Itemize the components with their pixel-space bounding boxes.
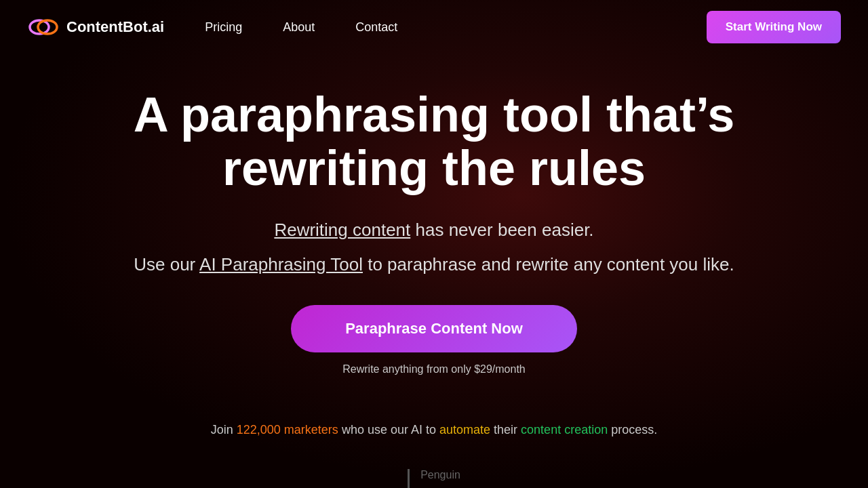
join-prefix: Join	[211, 423, 237, 436]
brand-penguin: Penguin	[408, 469, 460, 488]
hero-section: A paraphrasing tool that’s rewriting the…	[0, 54, 868, 416]
join-suffix: process.	[611, 423, 657, 436]
join-mid1: who use our AI to	[342, 423, 439, 436]
hero-subtext-2: Use our AI Paraphrasing Tool to paraphra…	[134, 254, 734, 275]
social-proof-section: Join 122,000 marketers who use our AI to…	[0, 423, 868, 458]
brand-strip: Penguin	[0, 469, 868, 488]
join-text: Join 122,000 marketers who use our AI to…	[211, 423, 657, 437]
nav-links: Pricing About Contact	[205, 20, 707, 35]
join-mid2: their	[494, 423, 521, 436]
navbar: ContentBot.ai Pricing About Contact Star…	[0, 0, 868, 54]
marketers-count: 122,000 marketers	[237, 423, 338, 436]
subtext2-prefix: Use our	[134, 254, 199, 274]
automate-text: automate	[439, 423, 490, 436]
hero-subtext-1: Rewriting content has never been easier.	[274, 220, 593, 241]
paraphrase-content-button[interactable]: Paraphrase Content Now	[291, 305, 577, 352]
subtext2-suffix: to paraphrase and rewrite any content yo…	[368, 254, 734, 274]
hero-headline: A paraphrasing tool that’s rewriting the…	[27, 88, 841, 195]
content-creation-text: content creation	[521, 423, 608, 436]
nav-contact[interactable]: Contact	[355, 20, 397, 35]
logo-link[interactable]: ContentBot.ai	[27, 11, 164, 43]
start-writing-button[interactable]: Start Writing Now	[707, 11, 841, 43]
logo-text: ContentBot.ai	[66, 18, 164, 36]
pricing-note: Rewrite anything from only $29/month	[342, 363, 525, 375]
nav-pricing[interactable]: Pricing	[205, 20, 242, 35]
nav-about[interactable]: About	[283, 20, 315, 35]
brand-label: Penguin	[420, 469, 460, 481]
ai-paraphrasing-tool-link[interactable]: AI Paraphrasing Tool	[199, 254, 363, 274]
subtext1-suffix: has never been easier.	[416, 220, 594, 240]
logo-icon	[27, 11, 60, 43]
rewriting-content-text: Rewriting content	[274, 220, 410, 240]
